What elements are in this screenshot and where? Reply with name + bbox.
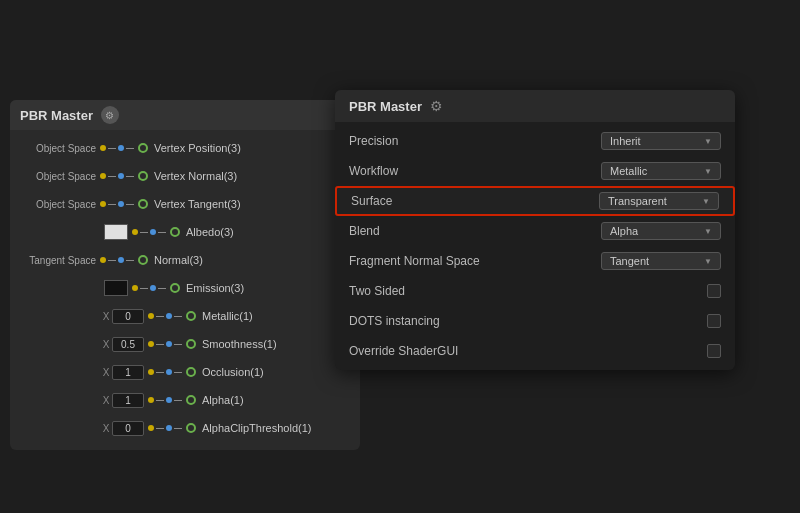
color-swatch-black[interactable] bbox=[104, 280, 128, 296]
line bbox=[158, 288, 166, 289]
dot-blue bbox=[166, 341, 172, 347]
line bbox=[156, 316, 164, 317]
connector-5 bbox=[100, 257, 134, 263]
surface-select[interactable]: Transparent ▼ bbox=[599, 192, 719, 210]
blend-select[interactable]: Alpha ▼ bbox=[601, 222, 721, 240]
workflow-select[interactable]: Metallic ▼ bbox=[601, 162, 721, 180]
connector-4 bbox=[132, 229, 166, 235]
dot-blue bbox=[150, 229, 156, 235]
chevron-down-icon: ▼ bbox=[704, 227, 712, 236]
list-item: X AlphaClipThreshold(1) bbox=[10, 414, 360, 442]
connector-11 bbox=[148, 425, 182, 431]
line bbox=[108, 204, 116, 205]
properties-panel: PBR Master ⚙ Precision Inherit ▼ Workflo… bbox=[335, 90, 735, 370]
line bbox=[156, 344, 164, 345]
port-circle[interactable] bbox=[186, 339, 196, 349]
precision-select[interactable]: Inherit ▼ bbox=[601, 132, 721, 150]
fragment-normal-value: Tangent bbox=[610, 255, 649, 267]
port-label: Vertex Normal(3) bbox=[154, 170, 237, 182]
occlusion-input[interactable] bbox=[112, 365, 144, 380]
two-sided-checkbox[interactable] bbox=[707, 284, 721, 298]
dot-blue bbox=[166, 425, 172, 431]
connector-8 bbox=[148, 341, 182, 347]
connector-1 bbox=[100, 145, 134, 151]
line bbox=[174, 344, 182, 345]
port-circle[interactable] bbox=[186, 311, 196, 321]
dots-instancing-checkbox[interactable] bbox=[707, 314, 721, 328]
dot-yellow bbox=[132, 229, 138, 235]
metallic-input[interactable] bbox=[112, 309, 144, 324]
line bbox=[108, 148, 116, 149]
port-label: Albedo(3) bbox=[186, 226, 234, 238]
port-circle[interactable] bbox=[186, 395, 196, 405]
dot-blue bbox=[166, 397, 172, 403]
dot-yellow bbox=[100, 257, 106, 263]
port-circle[interactable] bbox=[138, 199, 148, 209]
object-space-label-2: Object Space bbox=[16, 171, 96, 182]
node-panel: PBR Master ⚙ Object Space Vertex Positio… bbox=[10, 100, 360, 450]
dot-blue bbox=[166, 369, 172, 375]
alpha-input[interactable] bbox=[112, 393, 144, 408]
x-label: X bbox=[100, 311, 112, 322]
properties-header: PBR Master ⚙ bbox=[335, 90, 735, 122]
port-circle[interactable] bbox=[170, 283, 180, 293]
port-label: Normal(3) bbox=[154, 254, 203, 266]
line bbox=[156, 400, 164, 401]
chevron-down-icon: ▼ bbox=[704, 137, 712, 146]
line bbox=[126, 176, 134, 177]
line bbox=[174, 400, 182, 401]
port-label: Smoothness(1) bbox=[202, 338, 277, 350]
fragment-normal-select[interactable]: Tangent ▼ bbox=[601, 252, 721, 270]
smoothness-input[interactable] bbox=[112, 337, 144, 352]
surface-value: Transparent bbox=[608, 195, 667, 207]
line bbox=[156, 372, 164, 373]
override-shadergui-checkbox[interactable] bbox=[707, 344, 721, 358]
workflow-value: Metallic bbox=[610, 165, 647, 177]
port-circle[interactable] bbox=[138, 255, 148, 265]
line bbox=[156, 428, 164, 429]
line bbox=[174, 428, 182, 429]
dot-yellow bbox=[148, 397, 154, 403]
list-item: Object Space Vertex Position(3) bbox=[10, 134, 360, 162]
color-swatch-white[interactable] bbox=[104, 224, 128, 240]
port-circle[interactable] bbox=[138, 171, 148, 181]
port-circle[interactable] bbox=[186, 367, 196, 377]
override-shadergui-label: Override ShaderGUI bbox=[349, 344, 707, 358]
dot-yellow bbox=[148, 341, 154, 347]
surface-label: Surface bbox=[351, 194, 599, 208]
precision-value: Inherit bbox=[610, 135, 641, 147]
properties-body: Precision Inherit ▼ Workflow Metallic ▼ … bbox=[335, 122, 735, 370]
list-item: Albedo(3) bbox=[10, 218, 360, 246]
line bbox=[126, 204, 134, 205]
workflow-row: Workflow Metallic ▼ bbox=[335, 156, 735, 186]
object-space-label-1: Object Space bbox=[16, 143, 96, 154]
dot-blue bbox=[118, 145, 124, 151]
port-circle[interactable] bbox=[138, 143, 148, 153]
alpha-clip-input[interactable] bbox=[112, 421, 144, 436]
port-label: Emission(3) bbox=[186, 282, 244, 294]
list-item: X Metallic(1) bbox=[10, 302, 360, 330]
canvas: PBR Master ⚙ Object Space Vertex Positio… bbox=[0, 0, 800, 513]
port-circle[interactable] bbox=[170, 227, 180, 237]
settings-icon[interactable]: ⚙ bbox=[101, 106, 119, 124]
line bbox=[108, 260, 116, 261]
dot-blue bbox=[118, 201, 124, 207]
gear-icon[interactable]: ⚙ bbox=[430, 98, 443, 114]
override-shadergui-row: Override ShaderGUI bbox=[335, 336, 735, 366]
line bbox=[158, 232, 166, 233]
port-circle[interactable] bbox=[186, 423, 196, 433]
chevron-down-icon: ▼ bbox=[702, 197, 710, 206]
line bbox=[108, 176, 116, 177]
list-item: Object Space Vertex Normal(3) bbox=[10, 162, 360, 190]
precision-label: Precision bbox=[349, 134, 601, 148]
tangent-space-label: Tangent Space bbox=[16, 255, 96, 266]
dot-blue bbox=[118, 173, 124, 179]
node-title: PBR Master bbox=[20, 108, 93, 123]
port-label: Metallic(1) bbox=[202, 310, 253, 322]
dot-yellow bbox=[100, 173, 106, 179]
line bbox=[126, 148, 134, 149]
line bbox=[140, 232, 148, 233]
dot-yellow bbox=[100, 201, 106, 207]
two-sided-label: Two Sided bbox=[349, 284, 707, 298]
list-item: Emission(3) bbox=[10, 274, 360, 302]
